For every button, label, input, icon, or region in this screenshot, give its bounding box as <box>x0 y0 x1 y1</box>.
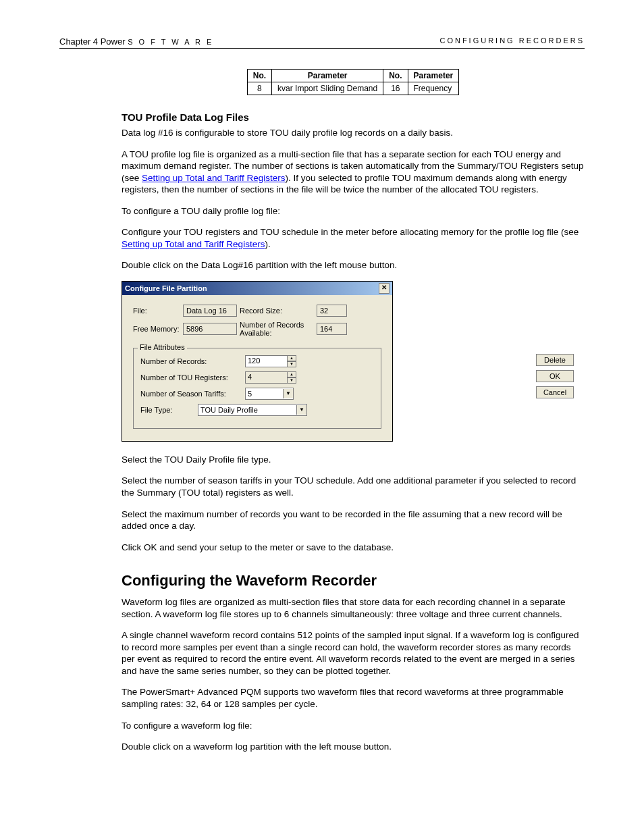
cell-p1: kvar Import Sliding Demand <box>272 82 383 95</box>
header-right: CONFIGURING RECORDERS <box>439 36 585 47</box>
records-avail-label: Number of Records Available: <box>240 321 314 337</box>
num-records-label: Number of Records: <box>140 357 245 365</box>
file-type-select[interactable]: TOU Daily Profile ▼ <box>198 404 307 416</box>
cancel-button[interactable]: Cancel <box>536 386 574 398</box>
th-no1: No. <box>247 70 271 82</box>
free-memory-label: Free Memory: <box>133 325 180 333</box>
wf-p2: A single channel waveform record contain… <box>122 629 585 677</box>
waveform-heading: Configuring the Waveform Recorder <box>122 572 585 590</box>
cell-p2: Frequency <box>408 82 459 95</box>
chevron-up-icon: ▲ <box>287 371 296 377</box>
p-double-click: Double click on the Data Log#16 partitio… <box>122 259 585 271</box>
chevron-up-icon[interactable]: ▲ <box>287 355 296 361</box>
num-records-input[interactable]: 120 <box>245 355 288 367</box>
num-records-spinner[interactable]: ▲▼ <box>287 355 296 367</box>
num-season-label: Number of Season Tariffs: <box>140 390 245 398</box>
delete-button[interactable]: Delete <box>536 354 574 366</box>
cell-no1: 8 <box>247 82 271 95</box>
p-click-ok: Click OK and send your setup to the mete… <box>122 542 585 554</box>
close-icon[interactable]: ✕ <box>379 283 390 294</box>
software-label: S O F T W A R E <box>128 38 213 46</box>
th-param1: Parameter <box>272 70 383 82</box>
records-avail-field: 164 <box>317 323 347 335</box>
wf-p4: To configure a waveform log file: <box>122 720 585 732</box>
p-select-max: Select the maximum number of records you… <box>122 509 585 532</box>
dialog-title: Configure File Partition <box>125 284 207 292</box>
page-header: Chapter 4 Power S O F T W A R E CONFIGUR… <box>59 36 585 49</box>
p-configure-registers: Configure your TOU registers and TOU sch… <box>122 226 585 250</box>
record-size-label: Record Size: <box>240 307 314 315</box>
ok-button[interactable]: OK <box>536 370 574 382</box>
file-label: File: <box>133 307 180 315</box>
dialog-titlebar: Configure File Partition ✕ <box>122 282 392 295</box>
table-row: 8 kvar Import Sliding Demand 16 Frequenc… <box>247 82 458 95</box>
wf-p3: The PowerSmart+ Advanced PQM supports tw… <box>122 686 585 710</box>
wf-p1: Waveform log files are organized as mult… <box>122 596 585 620</box>
p-organized: A TOU profile log file is organized as a… <box>122 149 585 196</box>
link-registers-2[interactable]: Setting up Total and Tariff Registers <box>122 239 265 249</box>
chevron-down-icon[interactable]: ▼ <box>296 405 306 415</box>
p-intro: Data log #16 is configurable to store TO… <box>122 127 585 139</box>
file-type-label: File Type: <box>140 406 198 414</box>
fieldset-legend: File Attributes <box>138 343 187 351</box>
file-attributes-fieldset: File Attributes Number of Records: 120 ▲… <box>133 348 381 429</box>
chevron-down-icon[interactable]: ▼ <box>283 389 293 398</box>
num-tou-reg-spinner: ▲▼ <box>287 371 296 384</box>
num-tou-reg-label: Number of TOU Registers: <box>140 373 245 382</box>
th-param2: Parameter <box>408 70 459 82</box>
file-field: Data Log 16 <box>183 305 237 317</box>
p-select-season: Select the number of season tariffs in y… <box>122 475 585 498</box>
parameter-table: No. Parameter No. Parameter 8 kvar Impor… <box>247 69 459 95</box>
chapter-label: Chapter 4 Power <box>59 36 126 47</box>
p-to-configure: To configure a TOU daily profile log fil… <box>122 205 585 217</box>
tou-heading: TOU Profile Data Log Files <box>122 111 585 123</box>
link-registers-1[interactable]: Setting up Total and Tariff Registers <box>142 173 285 183</box>
chevron-down-icon: ▼ <box>287 377 296 384</box>
th-no2: No. <box>383 70 408 82</box>
chevron-down-icon[interactable]: ▼ <box>287 361 296 367</box>
num-season-select[interactable]: 5 ▼ <box>245 388 294 400</box>
num-tou-reg-input: 4 <box>245 371 288 384</box>
cell-no2: 16 <box>383 82 408 95</box>
record-size-field: 32 <box>317 305 347 317</box>
configure-file-partition-dialog: Configure File Partition ✕ File: Data Lo… <box>122 281 393 442</box>
wf-p5: Double click on a waveform log partition… <box>122 741 585 753</box>
header-left: Chapter 4 Power S O F T W A R E <box>59 36 213 47</box>
p-select-type: Select the TOU Daily Profile file type. <box>122 454 585 466</box>
free-memory-field: 5896 <box>183 323 237 335</box>
